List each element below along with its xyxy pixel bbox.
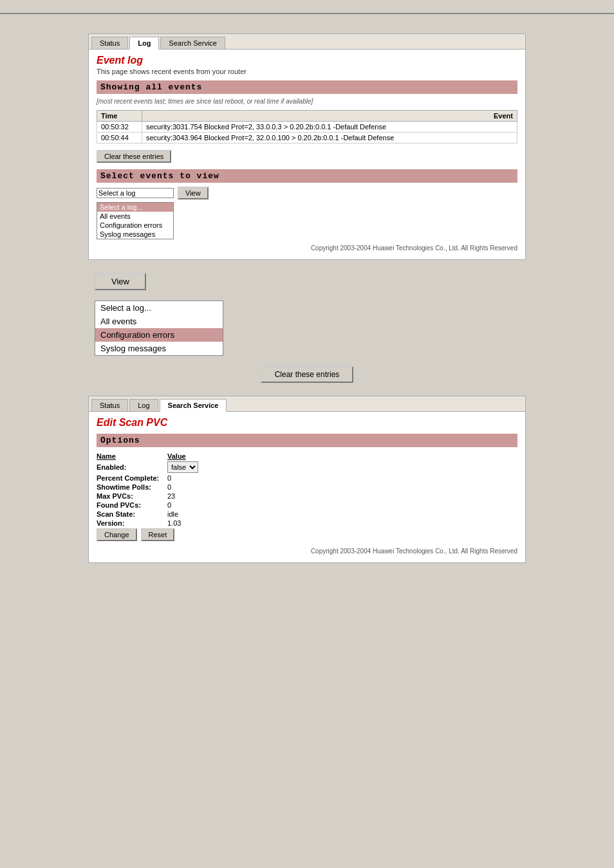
big-dropdown-item[interactable]: Select a log... [95, 301, 223, 315]
tab-log-2[interactable]: Log [129, 399, 158, 411]
table-row: 00:50:32security:3031.754 Blocked Prot=2… [97, 122, 517, 133]
clear-entries-button-1[interactable]: Clear these entries [97, 150, 171, 163]
reset-button[interactable]: Reset [141, 528, 175, 541]
event-log-table: Time Event 00:50:32security:3031.754 Blo… [97, 110, 517, 143]
option-value[interactable]: falsetrue [167, 461, 198, 473]
dropdown-item[interactable]: Syslog messages [97, 230, 173, 239]
top-divider [0, 13, 614, 14]
copyright-1: Copyright 2003-2004 Huawei Technologies … [97, 245, 517, 252]
option-value: 0 [167, 501, 171, 509]
option-label: Percent Complete: [97, 474, 167, 482]
view-button-big[interactable]: View [95, 273, 146, 290]
dropdown-list-1: Select a log...All eventsConfiguration e… [97, 202, 174, 239]
option-value: 23 [167, 492, 175, 500]
options-row: Scan State:idle [97, 510, 517, 518]
option-label: Found PVCs: [97, 501, 167, 509]
copyright-2: Copyright 2003-2004 Huawei Technologies … [97, 548, 517, 555]
col-event: Event [142, 111, 517, 122]
event-log-panel: Status Log Search Service Event log This… [88, 33, 526, 260]
event-log-title: Event log [97, 55, 517, 66]
tab-search-2[interactable]: Search Service [160, 399, 227, 412]
option-label: Enabled: [97, 463, 167, 471]
event-time: 00:50:44 [97, 133, 142, 143]
options-header: Options [97, 434, 517, 447]
tab-status-1[interactable]: Status [91, 37, 128, 49]
enabled-select[interactable]: falsetrue [167, 461, 198, 473]
options-row: Max PVCs:23 [97, 492, 517, 500]
select-events-header: Select events to view [97, 169, 517, 183]
showing-all-events-header: Showing all events [97, 80, 517, 94]
col-time: Time [97, 111, 142, 122]
option-value: idle [167, 510, 178, 518]
edit-button-row: Change Reset [97, 528, 517, 541]
log-select-box-1[interactable]: Select a log [97, 188, 174, 198]
big-dropdown-list: Select a log...All eventsConfiguration e… [95, 300, 223, 356]
big-dropdown-item[interactable]: Configuration errors [95, 328, 223, 342]
option-label: Version: [97, 519, 167, 527]
event-log-subtitle: This page shows recent events from your … [97, 68, 517, 75]
col-name-label: Name [97, 452, 167, 460]
tab-bar-2: Status Log Search Service [89, 396, 525, 412]
options-row: Version:1.03 [97, 519, 517, 527]
options-row: Showtime Polls:0 [97, 483, 517, 491]
options-row: Enabled:falsetrue [97, 461, 517, 473]
options-row: Found PVCs:0 [97, 501, 517, 509]
option-value: 1.03 [167, 519, 181, 527]
tab-status-2[interactable]: Status [91, 399, 128, 411]
event-text: security:3031.754 Blocked Prot=2, 33.0.0… [142, 122, 517, 133]
big-dropdown-item[interactable]: Syslog messages [95, 342, 223, 355]
option-value: 0 [167, 483, 171, 491]
view-button-1[interactable]: View [178, 187, 209, 199]
change-button[interactable]: Change [97, 528, 137, 541]
options-col-header: Name Value [97, 452, 517, 460]
big-dropdown-item[interactable]: All events [95, 315, 223, 328]
edit-scan-pvc-panel: Status Log Search Service Edit Scan PVC … [88, 396, 526, 563]
clear-entries-button-big[interactable]: Clear these entries [261, 366, 354, 383]
tab-search-1[interactable]: Search Service [160, 37, 225, 49]
edit-scan-pvc-title: Edit Scan PVC [97, 417, 517, 429]
dropdown-item[interactable]: Select a log... [97, 203, 173, 212]
option-label: Scan State: [97, 510, 167, 518]
option-label: Showtime Polls: [97, 483, 167, 491]
col-value-label: Value [167, 452, 186, 460]
hint-text: [most recent events last; times are sinc… [97, 98, 517, 105]
tab-bar-1: Status Log Search Service [89, 34, 525, 50]
dropdown-item[interactable]: All events [97, 212, 173, 221]
event-time: 00:50:32 [97, 122, 142, 133]
dropdown-item[interactable]: Configuration errors [97, 221, 173, 230]
options-row: Percent Complete:0 [97, 474, 517, 482]
event-text: security:3043.964 Blocked Prot=2, 32.0.0… [142, 133, 517, 143]
tab-log-1[interactable]: Log [129, 37, 159, 50]
option-label: Max PVCs: [97, 492, 167, 500]
option-value: 0 [167, 474, 171, 482]
view-dropdown-row: Select a log View [97, 187, 517, 199]
big-section: View Select a log...All eventsConfigurat… [88, 273, 526, 383]
table-row: 00:50:44security:3043.964 Blocked Prot=2… [97, 133, 517, 143]
